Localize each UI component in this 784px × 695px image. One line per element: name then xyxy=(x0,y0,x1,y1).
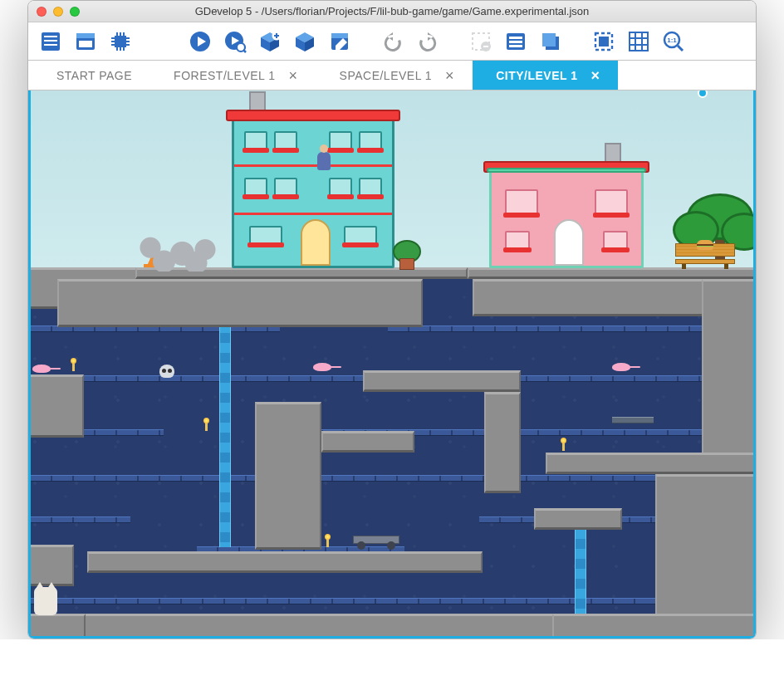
mask-dash-icon xyxy=(469,30,492,53)
scene-tabbar: START PAGEFOREST/LEVEL 1×SPACE/LEVEL 1×C… xyxy=(28,61,756,91)
toolbar-group xyxy=(588,27,689,56)
scene-tab[interactable]: SPACE/LEVEL 1× xyxy=(316,61,473,90)
platform-object[interactable] xyxy=(28,545,74,586)
platform-object[interactable] xyxy=(87,551,483,573)
toolbar-group xyxy=(184,27,355,56)
preview-debug-button[interactable] xyxy=(219,27,251,56)
candle-object[interactable] xyxy=(72,363,75,371)
platform-object[interactable] xyxy=(473,279,705,316)
building-pink-object[interactable] xyxy=(489,169,644,268)
objects-panel-button[interactable] xyxy=(289,27,321,56)
platform-object[interactable] xyxy=(57,279,423,327)
chip-icon xyxy=(109,30,132,53)
scene-tab[interactable]: START PAGE xyxy=(33,61,150,90)
platform-object[interactable] xyxy=(484,392,521,493)
platform-object[interactable] xyxy=(363,370,521,392)
close-window-button[interactable] xyxy=(37,7,47,17)
waterfall-object[interactable] xyxy=(219,323,231,547)
zoom-11-button[interactable] xyxy=(658,27,689,56)
titlebar: GDevelop 5 - /Users/florian/Projects/F/l… xyxy=(28,1,756,22)
tab-label: START PAGE xyxy=(56,69,132,82)
tab-close-button[interactable]: × xyxy=(590,68,600,83)
scene-properties-button[interactable] xyxy=(70,27,101,56)
stack-icon xyxy=(539,30,562,53)
tab-label: SPACE/LEVEL 1 xyxy=(340,69,433,82)
candle-object[interactable] xyxy=(326,539,329,547)
project-manager-icon xyxy=(39,30,62,53)
rat-enemy[interactable] xyxy=(32,365,51,373)
tab-label: FOREST/LEVEL 1 xyxy=(174,69,275,82)
redo-button[interactable] xyxy=(412,27,443,56)
platform-object[interactable] xyxy=(534,508,622,530)
minimize-window-button[interactable] xyxy=(53,7,63,17)
building-teal-object[interactable] xyxy=(232,117,394,268)
toolbar-group xyxy=(377,27,443,56)
project-manager-button[interactable] xyxy=(35,27,66,56)
rock-pile-object[interactable] xyxy=(132,232,223,272)
scene-editor-viewport[interactable] xyxy=(28,91,756,639)
rat-enemy[interactable] xyxy=(612,363,630,371)
main-toolbar xyxy=(28,22,756,61)
candle-object[interactable] xyxy=(562,443,565,451)
select-button[interactable] xyxy=(588,27,620,56)
tab-close-button[interactable]: × xyxy=(445,68,454,83)
events-editor-button[interactable] xyxy=(324,27,355,56)
preview-button[interactable] xyxy=(184,27,216,56)
tab-label: CITY/LEVEL 1 xyxy=(496,69,577,82)
platform-object[interactable] xyxy=(82,614,556,639)
platform-object[interactable] xyxy=(546,453,756,474)
scene-canvas[interactable] xyxy=(31,91,753,636)
platform-object[interactable] xyxy=(552,614,756,639)
pot-object[interactable] xyxy=(399,258,414,270)
app-window: GDevelop 5 - /Users/florian/Projects/F/l… xyxy=(27,0,757,639)
window-icon xyxy=(74,30,97,53)
edit-icon xyxy=(328,30,351,53)
undo-icon xyxy=(381,30,404,53)
panel-icon xyxy=(504,30,527,53)
scene-tab[interactable]: CITY/LEVEL 1× xyxy=(473,61,618,90)
play-icon xyxy=(189,30,212,53)
play-search-icon xyxy=(223,30,247,53)
toolbar-group xyxy=(35,27,136,56)
layers-button[interactable] xyxy=(500,27,532,56)
platform-object[interactable] xyxy=(255,402,321,550)
redo-icon xyxy=(416,30,439,53)
platform-object[interactable] xyxy=(702,279,756,457)
platform-object[interactable] xyxy=(468,267,756,279)
burger-pickup[interactable] xyxy=(697,240,713,250)
cart-object[interactable] xyxy=(353,536,399,544)
platform-object[interactable] xyxy=(28,374,84,438)
platform-object[interactable] xyxy=(321,431,414,453)
maximize-window-button[interactable] xyxy=(70,7,80,17)
marquee-icon xyxy=(592,30,615,53)
zoom-11-icon xyxy=(662,30,685,53)
player-cat[interactable] xyxy=(34,587,57,615)
grid-button[interactable] xyxy=(623,27,654,56)
grid-icon xyxy=(627,30,650,53)
add-object-button[interactable] xyxy=(254,27,286,56)
skull-object[interactable] xyxy=(159,365,174,378)
undo-button[interactable] xyxy=(377,27,409,56)
window-controls xyxy=(28,7,80,17)
toolbar-group xyxy=(465,27,566,56)
cube-icon xyxy=(293,30,316,53)
platform-object[interactable] xyxy=(28,614,86,639)
scene-tab[interactable]: FOREST/LEVEL 1× xyxy=(150,61,316,90)
window-title: GDevelop 5 - /Users/florian/Projects/F/l… xyxy=(28,5,756,17)
tab-close-button[interactable]: × xyxy=(289,68,298,83)
rat-enemy[interactable] xyxy=(313,363,331,371)
debugger-button[interactable] xyxy=(105,27,136,56)
cube-plus-icon xyxy=(258,30,282,53)
npc-window-person[interactable] xyxy=(317,152,331,170)
candle-object[interactable] xyxy=(205,423,208,431)
mask-button xyxy=(465,27,497,56)
copy-button[interactable] xyxy=(535,27,566,56)
